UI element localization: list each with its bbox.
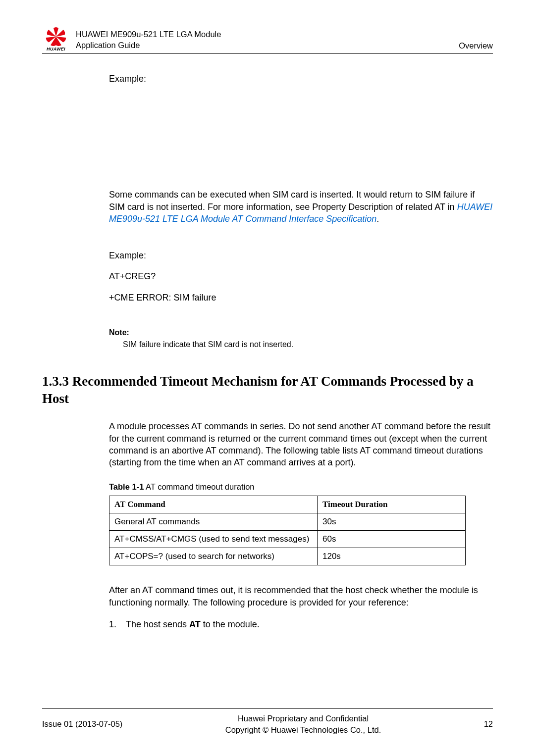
table-row: AT+CMSS/AT+CMGS (used to send text messa…	[109, 531, 466, 548]
sim-paragraph: Some commands can be executed when SIM c…	[109, 189, 493, 225]
huawei-logo-icon	[45, 27, 67, 46]
table-row: General AT commands 30s	[109, 513, 466, 531]
footer-center: Huawei Proprietary and Confidential Copy…	[122, 713, 483, 735]
table-caption-num: Table 1-1	[109, 482, 144, 491]
timeout-paragraph: A module processes AT commands in series…	[109, 420, 493, 468]
doc-title-line1: HUAWEI ME909u-521 LTE LGA Module	[76, 29, 459, 40]
footer-copyright: Copyright © Huawei Technologies Co., Ltd…	[122, 724, 483, 735]
example1-label: Example:	[109, 73, 493, 85]
sim-para-text: Some commands can be executed when SIM c…	[109, 190, 475, 211]
note-text: SIM failure indicate that SIM card is no…	[123, 340, 493, 349]
timeout-table: AT Command Timeout Duration General AT c…	[109, 496, 466, 565]
huawei-logo: HUAWEI	[42, 27, 70, 51]
table-caption: Table 1-1 AT command timeout duration	[109, 482, 493, 492]
list-item-1: 1. The host sends AT to the module.	[109, 619, 493, 630]
table-row: AT+COPS=? (used to search for networks) …	[109, 548, 466, 565]
header-titles: HUAWEI ME909u-521 LTE LGA Module Applica…	[76, 29, 459, 51]
td-dur: 60s	[318, 531, 466, 548]
th-command: AT Command	[109, 496, 318, 513]
example2-label: Example:	[109, 250, 493, 261]
header-section-name: Overview	[459, 41, 493, 51]
huawei-logo-text: HUAWEI	[47, 47, 65, 51]
content-area-2: A module processes AT commands in series…	[109, 420, 493, 630]
content-area: Example: Some commands can be executed w…	[109, 73, 493, 349]
page: HUAWEI HUAWEI ME909u-521 LTE LGA Module …	[0, 0, 535, 659]
footer-page-number: 12	[484, 719, 493, 729]
table-caption-text: AT command timeout duration	[144, 482, 254, 491]
after-table-paragraph: After an AT command times out, it is rec…	[109, 584, 493, 608]
th-duration: Timeout Duration	[318, 496, 466, 513]
period: .	[376, 214, 379, 224]
td-cmd: AT+COPS=? (used to search for networks)	[109, 548, 318, 565]
footer-issue: Issue 01 (2013-07-05)	[42, 719, 122, 729]
td-cmd: General AT commands	[109, 513, 318, 531]
cmd-line-1: AT+CREG?	[109, 270, 493, 282]
page-header: HUAWEI HUAWEI ME909u-521 LTE LGA Module …	[42, 27, 493, 54]
td-cmd: AT+CMSS/AT+CMGS (used to send text messa…	[109, 531, 318, 548]
list-number: 1.	[109, 619, 126, 630]
section-heading: 1.3.3 Recommended Timeout Mechanism for …	[42, 373, 493, 407]
td-dur: 120s	[318, 548, 466, 565]
table-header-row: AT Command Timeout Duration	[109, 496, 466, 513]
cmd-line-2: +CME ERROR: SIM failure	[109, 292, 493, 303]
doc-title-line2: Application Guide	[76, 40, 459, 50]
footer-confidential: Huawei Proprietary and Confidential	[122, 713, 483, 724]
td-dur: 30s	[318, 513, 466, 531]
list-text-post: to the module.	[201, 619, 260, 629]
list-text: The host sends AT to the module.	[126, 619, 260, 630]
list-text-bold: AT	[189, 619, 201, 629]
list-text-pre: The host sends	[126, 619, 189, 629]
note-label: Note:	[109, 328, 493, 337]
page-footer: Issue 01 (2013-07-05) Huawei Proprietary…	[42, 708, 493, 735]
